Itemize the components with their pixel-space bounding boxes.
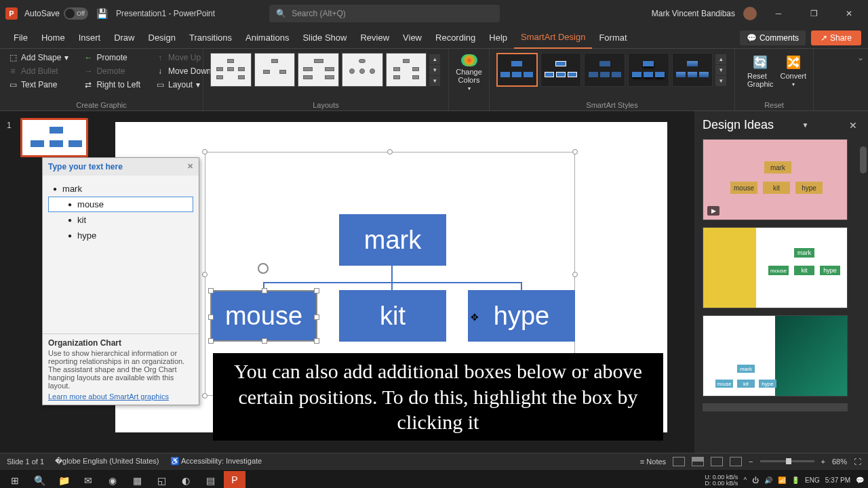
normal-view-icon[interactable] (673, 457, 685, 466)
tray-clock[interactable]: 5:37 PM (825, 476, 850, 484)
org-node-root[interactable]: mark (339, 214, 446, 266)
sorter-view-icon[interactable] (692, 457, 704, 466)
style-thumb[interactable] (672, 53, 713, 87)
style-thumb[interactable] (628, 53, 669, 87)
tab-draw[interactable]: Draw (107, 27, 141, 49)
promote-button[interactable]: ←Promote (81, 52, 143, 64)
app-icon[interactable]: ◱ (151, 471, 172, 489)
smartart-text-pane[interactable]: Type your text here ✕ ●mark ●mouse ●kit … (42, 157, 199, 405)
maximize-button[interactable]: ❐ (800, 3, 827, 24)
tray-volume-icon[interactable]: 🔊 (764, 476, 772, 484)
design-idea-thumb[interactable]: mark mouse kit hype (703, 315, 848, 396)
share-button[interactable]: ↗Share (811, 30, 861, 45)
style-thumb[interactable] (584, 53, 625, 87)
text-pane-item[interactable]: ●kit (48, 212, 193, 228)
zoom-level[interactable]: 68% (832, 458, 847, 466)
text-pane-item[interactable]: ●hype (48, 228, 193, 243)
text-pane-item-selected[interactable]: ●mouse (48, 197, 193, 212)
avatar[interactable] (743, 7, 757, 20)
styles-scroller[interactable]: ▴▾▾ (715, 54, 728, 86)
app-icon[interactable]: ▦ (126, 471, 148, 489)
close-button[interactable]: ✕ (835, 3, 863, 24)
scrollbar[interactable] (860, 146, 867, 174)
tab-design[interactable]: Design (142, 27, 182, 49)
fit-window-icon[interactable]: ⛶ (854, 458, 861, 466)
tray-expand-icon[interactable]: ^ (743, 476, 747, 484)
reset-graphic-button[interactable]: 🔄Reset Graphic (747, 54, 774, 88)
language-status[interactable]: �globe English (United States) (55, 457, 159, 466)
text-pane-button[interactable]: ▭Text Pane (5, 79, 71, 91)
explorer-icon[interactable]: 📁 (53, 471, 75, 489)
tab-help[interactable]: Help (482, 27, 514, 49)
layout-thumb[interactable] (386, 53, 427, 87)
styles-gallery[interactable]: ▴▾▾ (495, 52, 729, 88)
powerpoint-icon[interactable]: P (224, 471, 245, 489)
layout-thumb[interactable] (342, 53, 383, 87)
app-icon[interactable]: ▤ (199, 471, 221, 489)
tab-smartart-design[interactable]: SmartArt Design (514, 27, 592, 49)
reading-view-icon[interactable] (711, 457, 723, 466)
layout-thumb[interactable] (254, 53, 296, 87)
org-node-child[interactable]: kit (339, 290, 446, 342)
design-idea-thumb[interactable]: mark mouse kit hype (703, 227, 848, 308)
colors-icon (461, 54, 477, 66)
tab-file[interactable]: File (7, 27, 35, 49)
layouts-gallery[interactable]: ▴▾▾ (209, 52, 443, 88)
tab-home[interactable]: Home (35, 27, 72, 49)
style-thumb[interactable] (496, 53, 538, 87)
tray-language[interactable]: ENG (805, 476, 820, 484)
layouts-scroller[interactable]: ▴▾▾ (429, 54, 441, 86)
search-icon[interactable]: 🔍 (28, 471, 50, 489)
tray-wifi-icon[interactable]: 📶 (778, 476, 786, 484)
close-icon[interactable]: ✕ (187, 162, 193, 171)
tab-view[interactable]: View (396, 27, 429, 49)
layout-thumb[interactable] (210, 53, 252, 87)
tab-format[interactable]: Format (592, 27, 633, 49)
reset-icon: 🔄 (752, 54, 768, 70)
change-colors-button[interactable]: Change Colors ▾ (452, 52, 486, 94)
style-thumb[interactable] (540, 53, 582, 87)
convert-button[interactable]: 🔀Convert▾ (781, 54, 807, 88)
text-pane-icon: ▭ (8, 80, 18, 89)
autosave-toggle[interactable]: AutoSave Off (24, 7, 88, 20)
rotate-handle-icon[interactable] (258, 263, 269, 274)
design-idea-thumb[interactable]: mark mouse kit hype ▶ (703, 139, 848, 220)
rtl-button[interactable]: ⇄Right to Left (81, 79, 143, 91)
network-speed: U: 0.00 kB/s D: 0.00 kB/s (705, 474, 738, 487)
tab-review[interactable]: Review (353, 27, 396, 49)
collapse-ribbon-icon[interactable]: ⌄ (853, 49, 868, 110)
tray-power-icon[interactable]: ⏻ (752, 476, 759, 484)
zoom-slider[interactable] (760, 460, 814, 462)
minimize-button[interactable]: ─ (765, 3, 792, 24)
close-pane-icon[interactable]: ✕ (846, 120, 860, 131)
zoom-out-icon[interactable]: − (749, 458, 753, 466)
notes-button[interactable]: ≡ Notes (640, 458, 666, 466)
tab-transitions[interactable]: Transitions (182, 27, 239, 49)
add-shape-button[interactable]: ⬚Add Shape ▾ (5, 52, 71, 64)
tab-slideshow[interactable]: Slide Show (296, 27, 353, 49)
chrome-icon[interactable]: ◉ (102, 471, 123, 489)
group-label-layouts: Layouts (209, 101, 443, 110)
tab-recording[interactable]: Recording (429, 27, 482, 49)
comments-button[interactable]: 💬Comments (740, 30, 806, 45)
search-input[interactable]: 🔍 Search (Alt+Q) (269, 5, 500, 22)
slideshow-view-icon[interactable] (730, 457, 742, 466)
accessibility-status[interactable]: ♿ Accessibility: Investigate (170, 457, 262, 466)
edge-icon[interactable]: ◐ (175, 471, 197, 489)
tab-insert[interactable]: Insert (72, 27, 108, 49)
org-node-child-selected[interactable]: mouse (210, 290, 317, 342)
chevron-down-icon[interactable]: ▼ (802, 121, 809, 129)
org-node-child[interactable]: hype (468, 290, 575, 342)
start-button[interactable]: ⊞ (4, 471, 26, 489)
save-icon[interactable]: 💾 (96, 8, 108, 19)
zoom-in-icon[interactable]: + (821, 458, 825, 466)
design-idea-thumb[interactable] (703, 403, 848, 411)
notifications-icon[interactable]: 💬 (856, 476, 864, 484)
slide-thumb-1[interactable] (20, 118, 88, 157)
text-pane-item[interactable]: ●mark (48, 181, 193, 197)
mail-icon[interactable]: ✉ (77, 471, 99, 489)
layout-thumb[interactable] (298, 53, 339, 87)
tray-battery-icon[interactable]: 🔋 (791, 476, 800, 484)
learn-more-link[interactable]: Learn more about SmartArt graphics (48, 392, 193, 401)
tab-animations[interactable]: Animations (239, 27, 296, 49)
